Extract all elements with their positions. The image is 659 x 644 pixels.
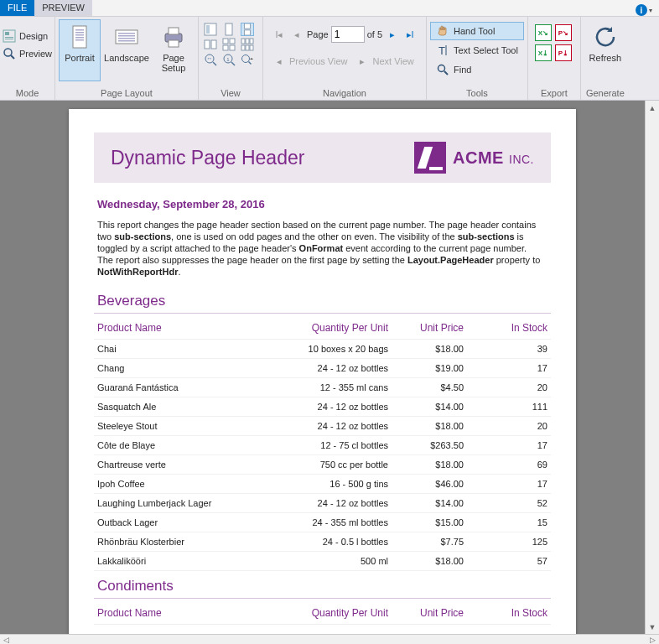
svg-rect-25 xyxy=(205,40,210,49)
col-price: Unit Price xyxy=(388,607,464,619)
hand-tool-label: Hand Tool xyxy=(454,26,495,36)
find-icon xyxy=(436,63,449,76)
last-page-button[interactable]: ▸I xyxy=(402,27,418,42)
column-headers: Product NameQuantity Per UnitUnit PriceI… xyxy=(94,599,551,625)
find-button[interactable]: Find xyxy=(430,60,524,79)
prev-view-label: Previous View xyxy=(289,56,348,66)
text-select-icon: T xyxy=(436,44,449,57)
svg-rect-19 xyxy=(169,40,179,47)
table-row: Lakkalikööri500 ml$18.0057 xyxy=(94,552,551,571)
scroll-left-icon[interactable]: ◁ xyxy=(0,636,13,644)
svg-rect-21 xyxy=(206,25,210,34)
svg-line-48 xyxy=(444,71,448,75)
refresh-button[interactable]: Refresh xyxy=(584,19,626,81)
portrait-button[interactable]: Portrait xyxy=(59,19,101,81)
tab-strip: FILE PREVIEW i ▾ xyxy=(0,0,659,17)
hand-icon xyxy=(436,24,449,38)
scroll-down-icon[interactable]: ▼ xyxy=(646,620,659,634)
page-total: of 5 xyxy=(367,29,382,39)
svg-rect-11 xyxy=(75,39,84,41)
page-number-input[interactable] xyxy=(331,26,365,43)
svg-text:T: T xyxy=(438,44,445,57)
page-setup-button[interactable]: Page Setup xyxy=(153,19,195,81)
thumbnails-icon[interactable] xyxy=(204,23,217,36)
svg-rect-1 xyxy=(5,32,9,35)
svg-rect-30 xyxy=(230,45,235,50)
multi-page-icon[interactable] xyxy=(241,38,254,51)
export-pdf-alt-icon[interactable]: P⤓ xyxy=(555,44,572,61)
next-page-button[interactable]: ▸ xyxy=(385,27,400,42)
svg-rect-31 xyxy=(241,39,245,44)
prev-page-button[interactable]: ◂ xyxy=(289,27,304,42)
report-page: Dynamic Page Header ACME INC. Wednesday,… xyxy=(69,109,576,634)
vertical-scrollbar[interactable]: ▲ ▼ xyxy=(645,101,659,634)
table-row: Guaraná Fantástica12 - 355 ml cans$4.502… xyxy=(94,378,551,397)
zoom-100-icon[interactable]: 1 xyxy=(222,53,236,66)
export-pdf-icon[interactable]: P↘ xyxy=(555,24,572,41)
export-excel-icon[interactable]: X↘ xyxy=(535,24,552,41)
table-row: Ipoh Coffee16 - 500 g tins$46.0017 xyxy=(94,475,551,494)
logo-text: ACME INC. xyxy=(453,148,534,168)
group-page-layout: Portrait Landscape Page Setup Page Layou… xyxy=(55,17,199,100)
section-title: Beverages xyxy=(94,289,551,314)
two-page-icon[interactable] xyxy=(204,38,217,51)
hand-tool-button[interactable]: Hand Tool xyxy=(430,22,524,40)
group-view: ↔ 1 View xyxy=(199,17,263,100)
group-tools-label: Tools xyxy=(466,88,488,99)
info-dropdown[interactable]: i ▾ xyxy=(636,4,652,16)
svg-line-41 xyxy=(231,62,235,65)
portrait-icon xyxy=(66,23,93,50)
table-row: Sasquatch Ale24 - 12 oz bottles$14.00111 xyxy=(94,397,551,417)
view-grid: ↔ 1 xyxy=(204,23,257,66)
group-mode: Design Preview Mode xyxy=(0,17,55,100)
tab-preview[interactable]: PREVIEW xyxy=(34,0,92,16)
ribbon: Design Preview Mode Portrait Landscape P… xyxy=(0,17,659,101)
zoom-fit-icon[interactable]: ↔ xyxy=(204,53,217,66)
svg-point-43 xyxy=(242,55,250,63)
svg-rect-26 xyxy=(211,40,216,49)
text-select-tool-button[interactable]: T Text Select Tool xyxy=(430,41,524,60)
column-headers: Product NameQuantity Per UnitUnit PriceI… xyxy=(94,314,551,340)
group-navigation-label: Navigation xyxy=(323,88,366,99)
single-page-icon[interactable] xyxy=(222,23,236,36)
svg-rect-27 xyxy=(223,39,228,44)
svg-rect-36 xyxy=(250,45,253,50)
continuous-icon[interactable] xyxy=(241,23,254,36)
section-title: Condiments xyxy=(94,574,551,599)
export-excel-alt-icon[interactable]: X⤓ xyxy=(535,44,552,61)
printer-icon xyxy=(160,23,187,50)
svg-rect-3 xyxy=(5,39,13,39)
svg-rect-10 xyxy=(75,37,84,39)
preview-button[interactable]: Preview xyxy=(0,45,56,62)
group-export-label: Export xyxy=(541,88,568,99)
refresh-label: Refresh xyxy=(589,53,622,63)
horizontal-scrollbar[interactable]: ◁ ▷ xyxy=(0,634,659,644)
svg-rect-32 xyxy=(246,39,249,44)
report-description: This report changes the page header sect… xyxy=(97,219,547,278)
design-button[interactable]: Design xyxy=(0,28,56,44)
scroll-up-icon[interactable]: ▲ xyxy=(646,101,659,115)
col-stock: In Stock xyxy=(464,322,547,334)
landscape-icon xyxy=(113,23,140,50)
first-page-button[interactable]: I◂ xyxy=(272,27,287,42)
tab-file[interactable]: FILE xyxy=(0,0,34,16)
scroll-right-icon[interactable]: ▷ xyxy=(646,636,659,644)
group-export: X↘ P↘ X⤓ P⤓ Export xyxy=(528,17,581,100)
zoom-dropdown-icon[interactable] xyxy=(241,53,254,66)
text-select-label: Text Select Tool xyxy=(454,45,518,55)
chevron-down-icon: ▾ xyxy=(649,7,652,14)
landscape-button[interactable]: Landscape xyxy=(101,19,153,81)
svg-line-38 xyxy=(213,62,216,65)
workspace: ▲ ▼ Dynamic Page Header ACME INC. Wednes… xyxy=(0,101,659,634)
group-generate: Refresh Generate xyxy=(581,17,630,100)
refresh-icon xyxy=(592,23,619,50)
svg-rect-12 xyxy=(116,30,138,44)
prev-view-button[interactable]: ◂ xyxy=(272,54,287,69)
svg-rect-33 xyxy=(250,39,253,44)
four-page-icon[interactable] xyxy=(222,38,236,51)
next-view-button[interactable]: ▸ xyxy=(355,54,370,69)
svg-rect-18 xyxy=(169,28,179,34)
svg-rect-24 xyxy=(245,30,251,35)
svg-rect-22 xyxy=(226,23,232,35)
col-product: Product Name xyxy=(97,607,271,619)
